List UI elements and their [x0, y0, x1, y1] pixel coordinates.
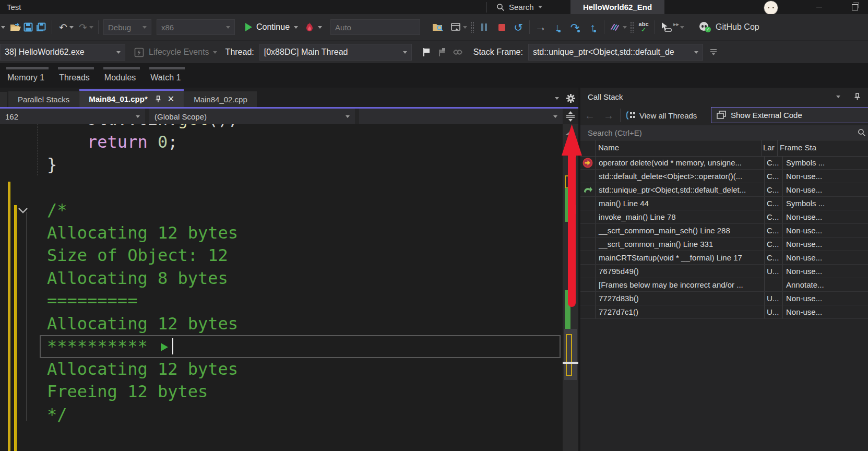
document-tab-parallel-stacks[interactable]: Parallel Stacks — [8, 91, 79, 107]
step-out-button[interactable]: ↑ — [587, 20, 599, 34]
save-all-button[interactable] — [34, 20, 47, 34]
call-stack-row[interactable]: 7727d83b()U...Non-use... — [580, 292, 868, 305]
undo-button[interactable]: ↶ — [57, 20, 69, 34]
stack-frame-combo[interactable]: std::unique_ptr<Object,std::default_de — [528, 44, 703, 61]
restart-button[interactable]: ↺ — [512, 20, 525, 34]
view-all-threads-button[interactable]: View all Threads — [639, 111, 697, 120]
column-divider[interactable] — [595, 140, 596, 156]
pin-icon[interactable] — [155, 96, 161, 103]
spell-check-button[interactable]: abc ✓ — [637, 20, 650, 34]
browse-symbols-button[interactable] — [432, 20, 444, 34]
gear-icon[interactable] — [566, 94, 575, 103]
close-icon[interactable]: ✕ — [168, 94, 174, 104]
column-header-frame-status[interactable]: Frame Sta — [780, 143, 816, 152]
hot-reload-dropdown-icon[interactable] — [318, 26, 322, 29]
selection-dropdown-icon[interactable] — [680, 26, 684, 29]
call-stack-row[interactable]: invoke_main() Line 78C...Non-use... — [580, 210, 868, 224]
call-stack-row[interactable]: mainCRTStartup(void * __formal) Line 17C… — [580, 251, 868, 265]
document-tab-main84-02-cpp[interactable]: Main84_02.cpp — [184, 91, 257, 107]
column-divider[interactable] — [777, 140, 778, 156]
navigate-home-button[interactable] — [449, 20, 462, 34]
watch-combo[interactable]: Auto — [330, 19, 420, 35]
call-stack-row[interactable]: 76795d49()U...Non-use... — [580, 265, 868, 278]
call-stack-row[interactable]: [Frames below may be incorrect and/or ..… — [580, 278, 868, 292]
continue-dropdown-icon[interactable] — [294, 26, 298, 29]
toolbar-grip[interactable] — [630, 21, 634, 33]
avatar[interactable] — [764, 1, 778, 15]
toolbar-grip[interactable] — [470, 21, 474, 33]
copilot-button[interactable]: ✓ — [699, 20, 711, 34]
call-stack-row[interactable]: __scrt_common_main() Line 331C...Non-use… — [580, 238, 868, 251]
call-stack-row[interactable]: std::default_delete<Object>::operator()(… — [580, 170, 868, 183]
toolbar-overflow-icon[interactable] — [1, 26, 5, 29]
hot-reload-button[interactable] — [303, 20, 316, 34]
lifecycle-events-button[interactable] — [133, 45, 145, 60]
navigate-forward-icon[interactable]: → — [603, 110, 614, 122]
process-combo[interactable]: 38] HelloWorld62.exe — [0, 44, 125, 61]
pin-icon[interactable] — [854, 93, 861, 101]
column-divider[interactable] — [761, 140, 762, 156]
minimize-button[interactable] — [807, 0, 830, 14]
stop-button[interactable] — [495, 20, 508, 34]
tab-list-dropdown-icon[interactable] — [555, 97, 559, 100]
solution-config-combo[interactable]: Debug — [103, 19, 151, 35]
frame-language: C... — [765, 197, 783, 210]
call-stack-panel: Call Stack ← → View all Threads — [580, 88, 868, 451]
search-input[interactable] — [580, 128, 858, 138]
visual-studio-window: ViewGitProjectBuildDebugTestAnalyzeTools… — [0, 0, 868, 451]
show-external-code-button[interactable]: Show External Code — [711, 107, 868, 123]
code-editor[interactable]: std::cin.get(); return 0;}/*Allocating 1… — [0, 124, 563, 451]
call-stack-row[interactable]: main() Line 44C...Symbols ... — [580, 197, 868, 210]
frame-language: C... — [765, 183, 783, 196]
search-icon[interactable] — [858, 128, 866, 137]
tool-tab-modules[interactable]: Modules — [103, 67, 140, 88]
unflag-threads-button[interactable] — [436, 45, 448, 60]
column-header-language[interactable]: Lar — [763, 143, 775, 152]
restore-button[interactable] — [843, 0, 866, 14]
thread-combo[interactable]: [0x88DC] Main Thread — [259, 44, 412, 61]
scope-combo[interactable]: (Global Scope) — [149, 109, 355, 124]
code-token: Freeing 12 bytes — [47, 382, 208, 401]
editor-scrollbar[interactable] — [563, 124, 578, 451]
tool-tab-memory-1[interactable]: Memory 1 — [6, 67, 49, 88]
diagnostics-dropdown-icon[interactable] — [623, 26, 627, 29]
menu-test[interactable]: Test — [0, 0, 52, 14]
tool-tab-watch-1[interactable]: Watch 1 — [149, 67, 185, 88]
continue-button[interactable]: Continue — [244, 20, 290, 34]
undo-dropdown-icon[interactable] — [69, 26, 74, 29]
redo-dropdown-icon[interactable] — [89, 26, 93, 29]
project-combo[interactable]: 162 — [0, 109, 145, 124]
flag-threads-button[interactable] — [420, 45, 433, 60]
lifecycle-dropdown-icon[interactable] — [213, 51, 217, 54]
call-stack-row[interactable]: 7727d7c1()U...Non-use... — [580, 305, 868, 319]
toolbar-overflow-icon[interactable] — [463, 26, 467, 29]
platform-combo[interactable]: x86 — [157, 19, 235, 35]
navigate-back-icon[interactable]: ← — [585, 110, 595, 122]
scroll-mark-change — [573, 149, 576, 157]
scroll-mark-caret — [566, 334, 572, 376]
row-icon-gutter — [580, 170, 596, 183]
redo-button[interactable]: ↷ — [77, 20, 89, 34]
column-header-name[interactable]: Name — [598, 143, 619, 152]
open-file-button[interactable] — [9, 20, 22, 34]
search-menu[interactable]: Search — [486, 0, 542, 14]
call-stack-row[interactable]: __scrt_common_main_seh() Line 288C...Non… — [580, 224, 868, 238]
row-icon-gutter — [580, 238, 596, 251]
flagged-only-button[interactable] — [451, 45, 464, 60]
split-editor-button[interactable] — [563, 109, 578, 124]
call-stack-row[interactable]: std::unique_ptr<Object,std::default_dele… — [580, 183, 868, 197]
member-combo[interactable] — [359, 109, 563, 124]
selection-tool-button[interactable] — [660, 20, 672, 34]
diagnostics-button[interactable] — [609, 20, 622, 34]
toolbar-overflow-icon[interactable] — [710, 49, 717, 55]
step-over-button[interactable]: ↷ — [569, 20, 581, 34]
window-position-dropdown-icon[interactable] — [836, 96, 840, 98]
pause-button[interactable] — [478, 20, 490, 34]
show-next-statement-button[interactable]: → — [534, 20, 547, 34]
step-into-button[interactable]: ↓ — [551, 20, 564, 34]
call-stack-row[interactable]: operator delete(void * memory, unsigne..… — [580, 156, 868, 170]
frame-language: U... — [765, 265, 783, 278]
document-tab-main84-01-cpp-[interactable]: Main84_01.cpp*✕ — [79, 89, 184, 107]
tool-tab-threads[interactable]: Threads — [58, 67, 94, 88]
save-button[interactable] — [22, 20, 34, 34]
